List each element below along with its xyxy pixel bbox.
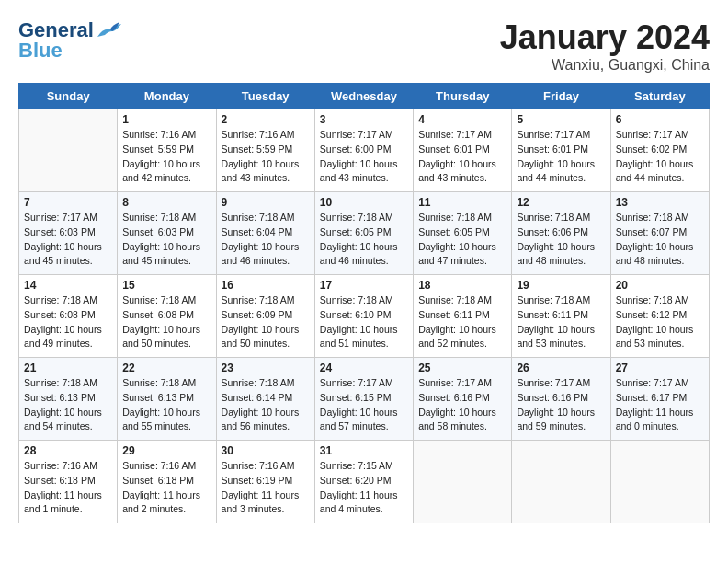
day-number: 27 xyxy=(616,362,704,374)
cell-info: Sunrise: 7:18 AM Sunset: 6:11 PM Dayligh… xyxy=(517,293,605,351)
day-number: 13 xyxy=(616,196,704,209)
cell-info: Sunrise: 7:18 AM Sunset: 6:10 PM Dayligh… xyxy=(320,293,408,351)
day-number: 22 xyxy=(122,362,210,374)
cell-info: Sunrise: 7:16 AM Sunset: 6:19 PM Dayligh… xyxy=(222,459,310,517)
calendar-week-row: 28Sunrise: 7:16 AM Sunset: 6:18 PM Dayli… xyxy=(19,441,710,523)
calendar-cell: 3Sunrise: 7:17 AM Sunset: 6:00 PM Daylig… xyxy=(314,109,413,192)
header-day-friday: Friday xyxy=(512,84,610,109)
cell-info: Sunrise: 7:18 AM Sunset: 6:14 PM Dayligh… xyxy=(222,376,310,434)
calendar-week-row: 14Sunrise: 7:18 AM Sunset: 6:08 PM Dayli… xyxy=(19,275,710,358)
cell-info: Sunrise: 7:18 AM Sunset: 6:07 PM Dayligh… xyxy=(616,211,704,269)
cell-info: Sunrise: 7:17 AM Sunset: 6:17 PM Dayligh… xyxy=(616,376,704,434)
calendar-cell: 6Sunrise: 7:17 AM Sunset: 6:02 PM Daylig… xyxy=(610,109,709,192)
calendar-cell: 31Sunrise: 7:15 AM Sunset: 6:20 PM Dayli… xyxy=(314,441,413,523)
cell-info: Sunrise: 7:18 AM Sunset: 6:08 PM Dayligh… xyxy=(122,293,210,351)
calendar-cell xyxy=(610,441,709,523)
calendar-week-row: 1Sunrise: 7:16 AM Sunset: 5:59 PM Daylig… xyxy=(19,109,710,192)
calendar-cell: 15Sunrise: 7:18 AM Sunset: 6:08 PM Dayli… xyxy=(118,275,216,358)
day-number: 20 xyxy=(616,279,704,292)
logo-blue: Blue xyxy=(18,39,63,63)
day-number: 15 xyxy=(122,279,210,292)
page-header: General Blue January 2024 Wanxiu, Guangx… xyxy=(18,18,710,74)
day-number: 28 xyxy=(24,444,112,457)
calendar-cell: 2Sunrise: 7:16 AM Sunset: 5:59 PM Daylig… xyxy=(216,109,314,192)
calendar-cell: 1Sunrise: 7:16 AM Sunset: 5:59 PM Daylig… xyxy=(118,109,216,192)
calendar-week-row: 21Sunrise: 7:18 AM Sunset: 6:13 PM Dayli… xyxy=(19,358,710,441)
calendar-cell: 8Sunrise: 7:18 AM Sunset: 6:03 PM Daylig… xyxy=(118,192,216,275)
day-number: 30 xyxy=(222,444,310,457)
day-number: 24 xyxy=(320,362,408,374)
calendar-cell: 16Sunrise: 7:18 AM Sunset: 6:09 PM Dayli… xyxy=(216,275,314,358)
calendar-cell xyxy=(414,441,512,523)
calendar-cell: 9Sunrise: 7:18 AM Sunset: 6:04 PM Daylig… xyxy=(216,192,314,275)
header-day-thursday: Thursday xyxy=(414,84,512,109)
day-number: 12 xyxy=(517,196,605,209)
cell-info: Sunrise: 7:15 AM Sunset: 6:20 PM Dayligh… xyxy=(320,459,408,517)
calendar-cell: 5Sunrise: 7:17 AM Sunset: 6:01 PM Daylig… xyxy=(512,109,610,192)
day-number: 17 xyxy=(320,279,408,292)
cell-info: Sunrise: 7:16 AM Sunset: 5:59 PM Dayligh… xyxy=(222,128,310,186)
cell-info: Sunrise: 7:18 AM Sunset: 6:05 PM Dayligh… xyxy=(418,211,506,269)
cell-info: Sunrise: 7:18 AM Sunset: 6:06 PM Dayligh… xyxy=(517,211,605,269)
calendar-cell xyxy=(512,441,610,523)
calendar-cell: 13Sunrise: 7:18 AM Sunset: 6:07 PM Dayli… xyxy=(610,192,709,275)
calendar-table: SundayMondayTuesdayWednesdayThursdayFrid… xyxy=(18,83,710,523)
calendar-cell: 20Sunrise: 7:18 AM Sunset: 6:12 PM Dayli… xyxy=(610,275,709,358)
calendar-cell: 14Sunrise: 7:18 AM Sunset: 6:08 PM Dayli… xyxy=(19,275,118,358)
calendar-cell: 24Sunrise: 7:17 AM Sunset: 6:15 PM Dayli… xyxy=(314,358,413,441)
day-number: 7 xyxy=(24,196,112,209)
calendar-header-row: SundayMondayTuesdayWednesdayThursdayFrid… xyxy=(19,84,710,109)
cell-info: Sunrise: 7:17 AM Sunset: 6:16 PM Dayligh… xyxy=(517,376,605,434)
cell-info: Sunrise: 7:18 AM Sunset: 6:09 PM Dayligh… xyxy=(222,293,310,351)
day-number: 9 xyxy=(222,196,310,209)
day-number: 5 xyxy=(517,113,605,126)
day-number: 14 xyxy=(24,279,112,292)
cell-info: Sunrise: 7:16 AM Sunset: 5:59 PM Dayligh… xyxy=(122,128,210,186)
day-number: 19 xyxy=(517,279,605,292)
cell-info: Sunrise: 7:17 AM Sunset: 6:02 PM Dayligh… xyxy=(616,128,704,186)
calendar-cell: 27Sunrise: 7:17 AM Sunset: 6:17 PM Dayli… xyxy=(610,358,709,441)
day-number: 2 xyxy=(222,113,310,126)
cell-info: Sunrise: 7:17 AM Sunset: 6:03 PM Dayligh… xyxy=(24,211,112,269)
day-number: 18 xyxy=(418,279,506,292)
cell-info: Sunrise: 7:16 AM Sunset: 6:18 PM Dayligh… xyxy=(24,459,112,517)
cell-info: Sunrise: 7:17 AM Sunset: 6:16 PM Dayligh… xyxy=(418,376,506,434)
header-day-wednesday: Wednesday xyxy=(314,84,413,109)
calendar-cell: 18Sunrise: 7:18 AM Sunset: 6:11 PM Dayli… xyxy=(414,275,512,358)
calendar-cell: 30Sunrise: 7:16 AM Sunset: 6:19 PM Dayli… xyxy=(216,441,314,523)
cell-info: Sunrise: 7:17 AM Sunset: 6:01 PM Dayligh… xyxy=(418,128,506,186)
cell-info: Sunrise: 7:18 AM Sunset: 6:04 PM Dayligh… xyxy=(222,211,310,269)
day-number: 10 xyxy=(320,196,408,209)
header-day-monday: Monday xyxy=(118,84,216,109)
cell-info: Sunrise: 7:18 AM Sunset: 6:05 PM Dayligh… xyxy=(320,211,408,269)
calendar-cell: 12Sunrise: 7:18 AM Sunset: 6:06 PM Dayli… xyxy=(512,192,610,275)
cell-info: Sunrise: 7:18 AM Sunset: 6:11 PM Dayligh… xyxy=(418,293,506,351)
day-number: 25 xyxy=(418,362,506,374)
day-number: 31 xyxy=(320,444,408,457)
cell-info: Sunrise: 7:18 AM Sunset: 6:12 PM Dayligh… xyxy=(616,293,704,351)
day-number: 3 xyxy=(320,113,408,126)
day-number: 26 xyxy=(517,362,605,374)
day-number: 21 xyxy=(24,362,112,374)
calendar-cell: 7Sunrise: 7:17 AM Sunset: 6:03 PM Daylig… xyxy=(19,192,118,275)
calendar-cell: 28Sunrise: 7:16 AM Sunset: 6:18 PM Dayli… xyxy=(19,441,118,523)
calendar-cell xyxy=(19,109,118,192)
cell-info: Sunrise: 7:17 AM Sunset: 6:15 PM Dayligh… xyxy=(320,376,408,434)
cell-info: Sunrise: 7:18 AM Sunset: 6:13 PM Dayligh… xyxy=(24,376,112,434)
cell-info: Sunrise: 7:18 AM Sunset: 6:13 PM Dayligh… xyxy=(122,376,210,434)
day-number: 29 xyxy=(122,444,210,457)
calendar-week-row: 7Sunrise: 7:17 AM Sunset: 6:03 PM Daylig… xyxy=(19,192,710,275)
day-number: 6 xyxy=(616,113,704,126)
calendar-cell: 19Sunrise: 7:18 AM Sunset: 6:11 PM Dayli… xyxy=(512,275,610,358)
logo-bird-icon xyxy=(96,20,121,40)
calendar-cell: 11Sunrise: 7:18 AM Sunset: 6:05 PM Dayli… xyxy=(414,192,512,275)
calendar-cell: 10Sunrise: 7:18 AM Sunset: 6:05 PM Dayli… xyxy=(314,192,413,275)
calendar-cell: 22Sunrise: 7:18 AM Sunset: 6:13 PM Dayli… xyxy=(118,358,216,441)
header-day-saturday: Saturday xyxy=(610,84,709,109)
cell-info: Sunrise: 7:17 AM Sunset: 6:01 PM Dayligh… xyxy=(517,128,605,186)
logo: General Blue xyxy=(18,18,121,63)
calendar-cell: 26Sunrise: 7:17 AM Sunset: 6:16 PM Dayli… xyxy=(512,358,610,441)
title-area: January 2024 Wanxiu, Guangxi, China xyxy=(500,18,710,74)
header-day-tuesday: Tuesday xyxy=(216,84,314,109)
location: Wanxiu, Guangxi, China xyxy=(500,57,710,74)
